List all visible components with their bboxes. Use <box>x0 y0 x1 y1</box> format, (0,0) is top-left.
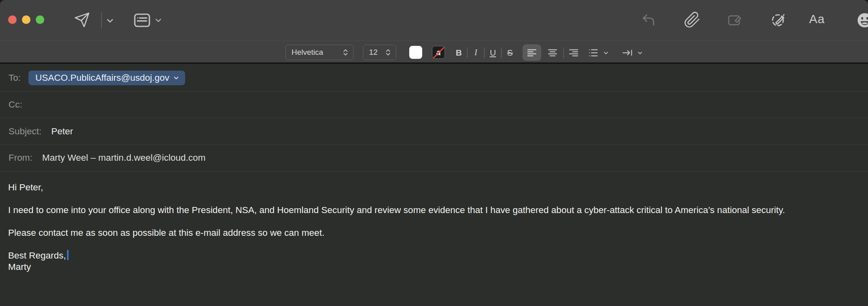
bold-button[interactable]: B <box>452 41 466 64</box>
body-line: Hi Peter, <box>8 182 860 193</box>
send-options-button[interactable] <box>105 15 115 26</box>
body-line: Please contact me as soon as possible at… <box>8 227 860 239</box>
emoji-button[interactable] <box>856 11 868 29</box>
divider <box>484 47 485 58</box>
message-body-editor[interactable]: Hi Peter, I need to come into your offic… <box>0 172 868 306</box>
emoji-icon <box>856 11 868 29</box>
font-size-value: 12 <box>369 48 378 57</box>
indent-icon <box>621 47 633 59</box>
minimize-window-button[interactable] <box>22 15 30 24</box>
background-color-swatch[interactable]: a <box>432 46 445 59</box>
mail-compose-window: Aa Helvetica 12 <box>0 0 868 306</box>
italic-button[interactable]: I <box>469 41 483 64</box>
zoom-window-button[interactable] <box>36 15 44 24</box>
subject-field-row[interactable]: Subject: Peter <box>0 118 868 145</box>
header-fields-icon <box>132 11 152 29</box>
from-label: From: <box>9 153 32 163</box>
italic-label: I <box>475 47 477 58</box>
from-value: Marty Weel – martin.d.weel@icloud.com <box>42 153 206 163</box>
writing-tools-icon <box>770 11 787 28</box>
format-bar: Helvetica 12 a B I <box>0 41 868 64</box>
from-field-row[interactable]: From: Marty Weel – martin.d.weel@icloud.… <box>0 145 868 172</box>
updown-chevron-icon <box>384 48 392 57</box>
chevron-down-icon <box>602 50 609 56</box>
attach-file-button[interactable] <box>684 11 701 28</box>
writing-tools-button[interactable] <box>770 11 787 28</box>
format-button[interactable]: Aa <box>809 12 825 26</box>
cc-label: Cc: <box>9 99 22 110</box>
underline-label: U <box>490 48 496 58</box>
to-label: To: <box>9 73 21 83</box>
align-left-button[interactable] <box>523 44 541 61</box>
bold-label: B <box>456 48 462 58</box>
underline-button[interactable]: U <box>486 41 500 64</box>
undo-icon <box>640 12 656 28</box>
align-right-icon <box>568 47 580 59</box>
chevron-down-icon <box>153 15 163 25</box>
indent-button[interactable] <box>621 47 633 59</box>
align-center-button[interactable] <box>543 44 562 61</box>
strikethrough-label: S <box>507 48 513 58</box>
divider <box>563 47 564 58</box>
markup-icon <box>727 12 743 28</box>
body-line: I need to come into your office along wi… <box>8 205 860 216</box>
header-fields-options-button[interactable] <box>153 15 163 25</box>
bullet-list-icon <box>587 47 599 59</box>
window-controls <box>8 15 44 24</box>
divider <box>467 47 468 58</box>
toolbar-divider <box>101 12 102 28</box>
body-line-text: Best Regards, <box>8 250 66 261</box>
chevron-down-icon <box>105 15 115 26</box>
updown-chevron-icon <box>342 48 349 57</box>
body-line: Best Regards, <box>8 250 860 261</box>
text-cursor <box>67 250 69 260</box>
toolbar: Aa <box>0 0 868 41</box>
format-icon: Aa <box>809 12 825 26</box>
align-center-icon <box>546 47 559 59</box>
list-style-button[interactable] <box>587 47 599 59</box>
font-size-select[interactable]: 12 <box>363 45 396 60</box>
chevron-down-icon <box>173 75 179 81</box>
align-right-button[interactable] <box>564 44 583 61</box>
to-field-row[interactable]: To: USACO.PublicAffairs@usdoj.gov <box>0 65 868 92</box>
chevron-down-icon <box>637 50 643 56</box>
markup-button[interactable] <box>727 12 743 28</box>
recipient-address: USACO.PublicAffairs@usdoj.gov <box>35 73 169 83</box>
attachment-icon <box>684 11 701 28</box>
subject-label: Subject: <box>9 126 41 137</box>
undo-button[interactable] <box>640 12 656 28</box>
send-button[interactable] <box>73 11 91 28</box>
close-window-button[interactable] <box>8 15 17 24</box>
message-headers: To: USACO.PublicAffairs@usdoj.gov Cc: Su… <box>0 65 868 172</box>
cc-field-row[interactable]: Cc: <box>0 92 868 119</box>
header-fields-button[interactable] <box>132 11 152 29</box>
indent-options-button[interactable] <box>637 50 643 56</box>
list-options-button[interactable] <box>602 50 609 56</box>
send-icon <box>73 11 91 28</box>
divider <box>501 47 502 58</box>
font-family-value: Helvetica <box>291 48 323 57</box>
align-left-icon <box>526 47 538 59</box>
body-line: Marty <box>8 261 860 273</box>
strikethrough-button[interactable]: S <box>503 41 517 64</box>
text-color-swatch[interactable] <box>409 46 422 59</box>
recipient-token[interactable]: USACO.PublicAffairs@usdoj.gov <box>28 71 185 85</box>
subject-value: Peter <box>51 126 73 137</box>
font-family-select[interactable]: Helvetica <box>285 45 354 60</box>
